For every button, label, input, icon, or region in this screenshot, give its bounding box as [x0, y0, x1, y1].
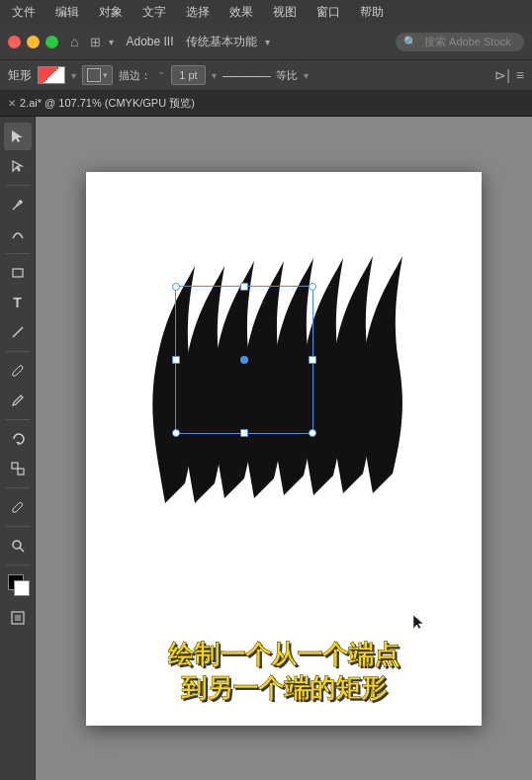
doc-tab-close-button[interactable]: ✕	[8, 98, 16, 109]
tool-pencil[interactable]	[4, 387, 32, 414]
more-options-icon[interactable]: ≡	[516, 67, 524, 83]
tool-change-screen[interactable]	[4, 604, 32, 632]
canvas-area[interactable]: 绘制一个从一个端点 到另一个端的矩形	[36, 117, 532, 780]
toolbar-separator-6	[6, 526, 30, 527]
tool-pen[interactable]	[4, 191, 32, 218]
canvas-paper: 绘制一个从一个端点 到另一个端的矩形	[86, 172, 482, 726]
doc-tab-name: 2.ai* @ 107.71% (CMYK/GPU 预览)	[20, 96, 195, 111]
tool-scale[interactable]	[4, 455, 32, 482]
tool-curvature[interactable]	[4, 220, 32, 248]
main-area: T	[0, 117, 532, 780]
svg-line-2	[13, 327, 23, 337]
workspace-mode-label: 传统基本功能	[186, 34, 257, 50]
workspace-mode-arrow[interactable]: ▾	[265, 37, 270, 47]
stroke-color-preview[interactable]	[38, 66, 65, 84]
maximize-button[interactable]	[45, 36, 58, 48]
toolbar-separator-3	[6, 351, 30, 352]
menu-text[interactable]: 文字	[138, 2, 170, 23]
options-bar: 矩形 ▾ ▾ 描边： ⌃ 1 pt ▾ ———— 等比 ▾ ⊳| ≡	[0, 59, 532, 91]
workspace-label: Adobe III	[126, 35, 173, 48]
svg-rect-8	[15, 615, 21, 621]
stroke-unit-dropdown[interactable]: ▾	[212, 70, 217, 81]
menu-help[interactable]: 帮助	[356, 2, 388, 23]
artwork-svg	[106, 221, 462, 528]
annotation-line1: 绘制一个从一个端点	[86, 639, 482, 672]
svg-rect-4	[18, 469, 24, 475]
fill-icon	[87, 68, 101, 82]
fill-dropdown[interactable]: ▾	[82, 65, 113, 85]
annotation-text: 绘制一个从一个端点 到另一个端的矩形	[86, 639, 482, 706]
cursor-arrow	[411, 613, 427, 637]
tool-eyedropper[interactable]	[4, 493, 32, 521]
tool-paintbrush[interactable]	[4, 357, 32, 385]
close-button[interactable]	[8, 36, 21, 48]
window-controls	[8, 36, 58, 48]
menu-file[interactable]: 文件	[8, 2, 40, 23]
menu-effect[interactable]: 效果	[225, 2, 257, 23]
tool-line[interactable]	[4, 318, 32, 346]
tool-label: 矩形	[8, 67, 32, 84]
menu-select[interactable]: 选择	[182, 2, 214, 23]
doc-tab-bar: ✕ 2.ai* @ 107.71% (CMYK/GPU 预览)	[0, 91, 532, 117]
tool-rectangle[interactable]	[4, 259, 32, 287]
menu-edit[interactable]: 编辑	[51, 2, 83, 23]
tool-type[interactable]: T	[4, 289, 32, 316]
toolbar-separator-4	[6, 419, 30, 420]
align-icon[interactable]: ⊳|	[494, 67, 510, 83]
menu-view[interactable]: 视图	[269, 2, 301, 23]
layout-dropdown-arrow[interactable]: ▾	[109, 37, 114, 47]
stroke-label: 描边：	[119, 68, 151, 83]
svg-point-5	[13, 541, 21, 549]
toolbar-separator-1	[6, 185, 30, 186]
stroke-width-value[interactable]: 1 pt	[171, 65, 206, 85]
search-icon: 🔍	[403, 36, 417, 48]
ratio-label: 等比	[276, 68, 298, 83]
toolbar-separator-7	[6, 564, 30, 565]
minimize-button[interactable]	[27, 36, 40, 48]
svg-rect-1	[13, 269, 23, 277]
svg-rect-3	[12, 463, 18, 469]
annotation-line2: 到另一个端的矩形	[86, 672, 482, 706]
home-icon[interactable]: ⌂	[70, 34, 78, 49]
menu-object[interactable]: 对象	[95, 2, 127, 23]
svg-line-6	[20, 548, 24, 552]
line-style-box[interactable]: ————	[222, 68, 270, 83]
fill-arrow: ▾	[103, 70, 108, 80]
toolbar-separator-5	[6, 487, 30, 488]
ratio-dropdown-arrow[interactable]: ▾	[304, 70, 309, 81]
tool-rotate[interactable]	[4, 425, 32, 453]
search-box[interactable]: 🔍 搜索 Adobe Stock	[396, 33, 524, 51]
fill-stroke-indicator[interactable]	[4, 570, 32, 602]
toolbar: T	[0, 117, 36, 780]
svg-point-0	[19, 201, 22, 204]
layout-grid-icon[interactable]: ⊞	[90, 35, 101, 49]
search-placeholder: 搜索 Adobe Stock	[424, 35, 510, 49]
title-bar: ⌂ ⊞ ▾ Adobe III 传统基本功能 ▾ 🔍 搜索 Adobe Stoc…	[0, 24, 532, 59]
tool-selection[interactable]	[4, 123, 32, 150]
menu-bar: 文件 编辑 对象 文字 选择 效果 视图 窗口 帮助	[0, 0, 532, 24]
tool-zoom[interactable]	[4, 532, 32, 560]
stroke-spin-up[interactable]: ⌃	[157, 70, 165, 81]
stroke-dropdown-arrow[interactable]: ▾	[71, 70, 76, 81]
tool-direct-selection[interactable]	[4, 152, 32, 180]
toolbar-separator-2	[6, 253, 30, 254]
menu-window[interactable]: 窗口	[312, 2, 344, 23]
